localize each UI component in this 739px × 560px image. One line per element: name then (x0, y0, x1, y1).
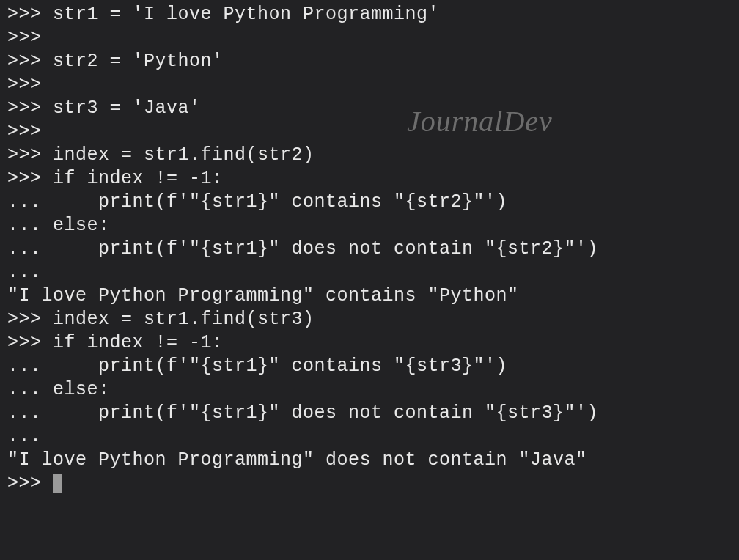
terminal-line: >>> (7, 472, 732, 495)
terminal-line: >>> str2 = 'Python' (7, 50, 732, 73)
cursor (53, 474, 62, 493)
terminal-line: >>> index = str1.find(str2) (7, 144, 732, 167)
terminal-line: ... print(f'"{str1}" contains "{str3}"') (7, 355, 732, 378)
terminal-line: ... print(f'"{str1}" contains "{str2}"') (7, 191, 732, 214)
terminal-line: ... else: (7, 378, 732, 402)
terminal-line: >>> if index != -1: (7, 331, 732, 355)
terminal-line: ... print(f'"{str1}" does not contain "{… (7, 237, 732, 261)
terminal-line: >>> (7, 120, 732, 144)
terminal-line: >>> (7, 26, 732, 50)
terminal-line: >>> index = str1.find(str3) (7, 308, 732, 331)
terminal-line: "I love Python Programming" does not con… (7, 449, 732, 472)
terminal-line: >>> str3 = 'Java' (7, 97, 732, 120)
terminal-line: >>> (7, 73, 732, 97)
terminal-line: >>> if index != -1: (7, 167, 732, 191)
terminal-line: ... (7, 261, 732, 284)
terminal-output: >>> str1 = 'I love Python Programming'>>… (7, 3, 732, 495)
terminal-line: "I love Python Programming" contains "Py… (7, 284, 732, 308)
terminal-line: ... else: (7, 214, 732, 237)
terminal-line: >>> str1 = 'I love Python Programming' (7, 3, 732, 26)
terminal-line: ... print(f'"{str1}" does not contain "{… (7, 402, 732, 425)
terminal-line: ... (7, 425, 732, 449)
